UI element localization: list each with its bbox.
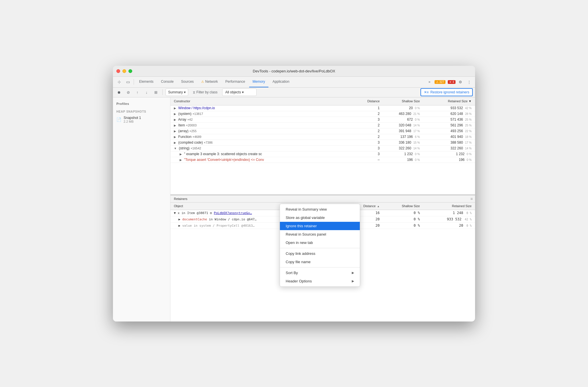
ctx-sort-by[interactable]: Sort By ▶ <box>280 269 360 277</box>
snapshot-label: Snapshot 1 <box>124 116 141 120</box>
tab-memory[interactable]: Memory <box>249 76 268 87</box>
row-shallow: 1 232 0 % <box>381 152 421 156</box>
table-row[interactable]: ▶ Item ×20003 2 320 048 14 % 561 296 25 … <box>170 123 475 128</box>
table-row[interactable]: ▶ Window / https://cdpn.io 1 20 0 % 933 … <box>170 105 475 111</box>
close-button[interactable] <box>116 69 120 73</box>
submenu-arrow-icon: ▶ <box>352 271 354 275</box>
filter-input[interactable]: All objects ▾ <box>222 88 257 96</box>
upper-table: ▶ Window / https://cdpn.io 1 20 0 % 933 … <box>170 105 475 195</box>
ctx-copy-link[interactable]: Copy link address <box>280 249 360 258</box>
table-row[interactable]: ▶ Array ×42 3 672 0 % 571 436 25 % <box>170 117 475 123</box>
record-icon[interactable]: ⏺ <box>115 88 123 96</box>
expand-icon: ▶ <box>174 135 176 138</box>
minimize-button[interactable] <box>122 69 126 73</box>
sidebar: Profiles HEAP SNAPSHOTS 📄 Snapshot 1 2.2… <box>113 97 170 321</box>
ctx-copy-filename[interactable]: Copy file name <box>280 258 360 266</box>
tab-performance[interactable]: Performance <box>222 76 249 87</box>
row-distance: – <box>355 158 381 162</box>
tab-elements[interactable]: Elements <box>136 76 157 87</box>
ctx-divider-1 <box>280 248 360 248</box>
ctx-header-options[interactable]: Header Options ▶ <box>280 277 360 285</box>
row-constructor: ▶ "Torque assert 'Convert<uintptr>(endIn… <box>173 158 355 162</box>
table-row[interactable]: ▶ Function ×4689 2 137 196 6 % 401 940 1… <box>170 134 475 140</box>
settings-icon[interactable]: ⚙ <box>457 78 464 86</box>
expand-icon: ▼ <box>174 147 177 150</box>
row-constructor: ▼ (string) ×16542 <box>173 146 355 150</box>
sort-desc-icon: ▼ <box>468 99 472 103</box>
expand-icon: ▶ <box>180 158 182 161</box>
upload-icon[interactable]: ↑ <box>134 88 141 96</box>
external-link-icon: ⊟ <box>210 211 212 215</box>
tab-console[interactable]: Console <box>157 76 177 87</box>
row-distance: 3 <box>355 118 381 122</box>
ctx-reveal-sources[interactable]: Reveal in Sources panel <box>280 230 360 238</box>
row-shallow: 463 280 21 % <box>381 112 421 116</box>
tab-sources[interactable]: Sources <box>178 76 197 87</box>
expand-icon: ▶ <box>174 107 176 110</box>
warn-icon-badge: ⚠ <box>436 80 439 84</box>
row-shallow: 196 0 % <box>381 158 421 162</box>
th-constructor: Constructor <box>173 99 355 103</box>
inspect-icon[interactable]: ⊹ <box>115 78 123 86</box>
row-constructor: ▶ Array ×42 <box>173 118 355 122</box>
tab-overflow[interactable]: » <box>426 78 433 86</box>
retainer-shallow: 0 % <box>381 224 421 228</box>
traffic-lights <box>116 69 132 73</box>
tab-separator <box>134 79 134 85</box>
tab-network[interactable]: ⚠ Network <box>198 76 221 87</box>
expand-icon: ▶ <box>174 141 176 144</box>
devtools-window: DevTools - codepen.io/web-dot-dev/live/P… <box>113 66 475 321</box>
main-content: Profiles HEAP SNAPSHOTS 📄 Snapshot 1 2.2… <box>113 97 475 321</box>
context-menu: Reveal in Summary view Store as global v… <box>280 204 360 287</box>
row-shallow: 322 260 14 % <box>381 146 421 150</box>
row-distance: 2 <box>355 112 381 116</box>
retainer-shallow: 0 % <box>381 211 421 215</box>
window-title: DevTools - codepen.io/web-dot-dev/live/P… <box>253 69 335 73</box>
row-shallow: 320 048 14 % <box>381 123 421 127</box>
restore-icon: ✕≡ <box>424 90 429 94</box>
ctx-divider-2 <box>280 267 360 267</box>
warnings-badge: ⚠ 327 <box>435 80 446 84</box>
th-distance: Distance <box>355 99 381 103</box>
row-constructor: ▶ Window / https://cdpn.io <box>173 106 355 110</box>
summary-dropdown[interactable]: Summary ▾ <box>166 88 188 96</box>
row-retained: 493 256 22 % <box>421 129 473 133</box>
tab-application[interactable]: Application <box>269 76 293 87</box>
rth-shallow: Shallow Size <box>381 204 421 208</box>
row-constructor: ▶ (system) ×13817 <box>173 112 355 116</box>
download-icon[interactable]: ↓ <box>143 88 150 96</box>
sidebar-item-snapshot1[interactable]: 📄 Snapshot 1 2.2 MB <box>113 114 170 125</box>
restore-ignored-button[interactable]: ✕≡ Restore ignored retainers <box>420 88 473 96</box>
expand-icon: ▶ <box>174 118 176 121</box>
th-retained: Retained Size ▼ <box>421 99 473 103</box>
row-constructor: ▶ Function ×4689 <box>173 135 355 139</box>
submenu-arrow-icon: ▶ <box>352 279 354 283</box>
filter-button[interactable]: ⧖ Filter by class <box>190 88 220 96</box>
ctx-open-tab[interactable]: Open in new tab <box>280 238 360 247</box>
table-row[interactable]: ▼ (string) ×16542 3 322 260 14 % 322 260… <box>170 146 475 151</box>
row-retained: 1 232 0 % <box>421 152 473 156</box>
clear-icon[interactable]: ⊞ <box>152 88 160 96</box>
more-options-icon[interactable]: ⋮ <box>465 78 473 86</box>
stop-icon[interactable]: ⊘ <box>124 88 132 96</box>
retainer-retained: 20 0 % <box>421 224 473 228</box>
table-row[interactable]: ▶ " example 3 example 3: scattered objec… <box>170 151 475 157</box>
table-row[interactable]: ▶ "Torque assert 'Convert<uintptr>(endIn… <box>170 157 475 163</box>
table-header: Constructor Distance Shallow Size Retain… <box>170 97 475 105</box>
row-retained: 571 436 25 % <box>421 118 473 122</box>
row-distance: 1 <box>355 106 381 110</box>
table-row[interactable]: ▶ (array) ×255 2 391 948 17 % 493 256 22… <box>170 128 475 134</box>
ctx-ignore-retainer[interactable]: Ignore this retainer <box>280 222 360 230</box>
expand-icon: ▶ <box>180 153 182 156</box>
row-constructor: ▶ (array) ×255 <box>173 129 355 133</box>
row-retained: 388 580 17 % <box>421 140 473 145</box>
device-icon[interactable]: ▭ <box>124 78 132 86</box>
table-row[interactable]: ▶ (system) ×13817 2 463 280 21 % 620 148… <box>170 111 475 117</box>
ctx-reveal-summary[interactable]: Reveal in Summary view <box>280 205 360 213</box>
scroll-icon: ≡ <box>470 197 473 201</box>
table-row[interactable]: ▶ (compiled code) ×7386 3 336 180 15 % 3… <box>170 140 475 146</box>
row-constructor: ▶ Item ×20003 <box>173 123 355 127</box>
maximize-button[interactable] <box>128 69 132 73</box>
ctx-store-global[interactable]: Store as global variable <box>280 213 360 222</box>
row-shallow: 137 196 6 % <box>381 135 421 139</box>
